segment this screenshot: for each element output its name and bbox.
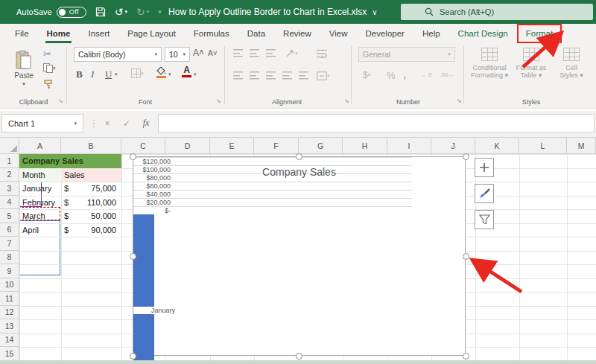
- cell-currency-symbol[interactable]: $: [61, 196, 76, 210]
- column-header-i[interactable]: I: [387, 138, 431, 154]
- increase-decimal-button[interactable]: ←.0: [421, 71, 432, 78]
- chart-selection-handle[interactable]: [463, 253, 469, 260]
- number-dialog-launcher[interactable]: ⇘: [457, 98, 462, 104]
- alignment-dialog-launcher[interactable]: ⇘: [344, 98, 349, 104]
- top-align-button[interactable]: [233, 49, 243, 57]
- tab-help[interactable]: Help: [413, 24, 449, 43]
- wrap-text-button[interactable]: [317, 49, 327, 58]
- customize-qat-icon[interactable]: ▾: [158, 8, 162, 16]
- align-right-button[interactable]: [266, 71, 276, 80]
- autosave-switch[interactable]: Off: [57, 7, 86, 18]
- tab-file[interactable]: File: [6, 24, 38, 43]
- column-header-m[interactable]: M: [567, 138, 596, 154]
- row-header-5[interactable]: 5: [0, 209, 19, 223]
- borders-button[interactable]: ▾: [131, 68, 144, 78]
- cell-sales-value[interactable]: 50,000: [74, 209, 119, 223]
- cell-month-february[interactable]: February: [19, 196, 61, 210]
- row-header-4[interactable]: 4: [0, 196, 19, 210]
- copy-button[interactable]: ▾: [43, 63, 56, 73]
- paste-dropdown-icon[interactable]: ▾: [22, 81, 25, 87]
- clipboard-dialog-launcher[interactable]: ⇘: [58, 98, 63, 104]
- font-dialog-launcher[interactable]: ⇘: [216, 98, 221, 104]
- chart-selection-handle[interactable]: [130, 153, 136, 160]
- decrease-font-size-button[interactable]: A˅: [208, 49, 218, 57]
- tab-chart-design[interactable]: Chart Design: [449, 24, 517, 43]
- tab-view[interactable]: View: [320, 24, 357, 43]
- chart-selection-handle[interactable]: [296, 353, 302, 360]
- column-header-l[interactable]: L: [519, 138, 567, 154]
- paste-button[interactable]: Paste ▾: [9, 47, 39, 90]
- bar-february[interactable]: [133, 314, 154, 364]
- column-header-g[interactable]: G: [299, 138, 343, 154]
- tab-review[interactable]: Review: [274, 24, 320, 43]
- chart-filters-button[interactable]: [475, 210, 494, 229]
- tab-page-layout[interactable]: Page Layout: [118, 24, 185, 43]
- column-header-k[interactable]: K: [475, 138, 519, 154]
- row-header-3[interactable]: 3: [0, 182, 19, 196]
- decrease-indent-button[interactable]: [282, 71, 292, 80]
- row-header-15[interactable]: 15: [0, 347, 19, 361]
- tab-insert[interactable]: Insert: [79, 24, 118, 43]
- cell-b2-sales-header[interactable]: Sales: [61, 168, 121, 182]
- underline-dropdown-icon[interactable]: ▾: [115, 71, 118, 77]
- undo-button[interactable]: ↺▾: [115, 6, 127, 18]
- title-chevron-icon[interactable]: ∨: [372, 8, 377, 16]
- conditional-formatting-button[interactable]: ConditionalFormatting ▾: [469, 48, 510, 79]
- cell-a2-month-header[interactable]: Month: [19, 168, 61, 182]
- redo-button[interactable]: ↻▾: [136, 6, 149, 18]
- font-color-button[interactable]: A: [182, 66, 191, 77]
- name-box-dropdown-icon[interactable]: ▾: [74, 121, 77, 127]
- cell-styles-button[interactable]: CellStyles ▾: [551, 48, 592, 79]
- column-header-b[interactable]: B: [61, 138, 121, 154]
- row-header-8[interactable]: 8: [0, 251, 19, 265]
- cell-sales-value[interactable]: 75,000: [74, 182, 119, 196]
- chart-selection-handle[interactable]: [296, 153, 302, 160]
- row-header-1[interactable]: 1: [0, 154, 19, 168]
- row-header-13[interactable]: 13: [0, 319, 19, 333]
- tab-format[interactable]: Format: [517, 24, 562, 43]
- column-header-f[interactable]: F: [254, 138, 299, 154]
- decrease-decimal-button[interactable]: .00→: [440, 71, 454, 78]
- number-format-select[interactable]: General▾: [358, 47, 455, 62]
- cell-currency-symbol[interactable]: $: [61, 209, 76, 223]
- cell-sales-value[interactable]: 110,000: [74, 196, 119, 210]
- search-input[interactable]: Search (Alt+Q): [401, 4, 593, 20]
- row-header-7[interactable]: 7: [0, 237, 19, 251]
- select-all-button[interactable]: [0, 138, 19, 154]
- chart-title[interactable]: Company Sales: [133, 166, 465, 178]
- cancel-button[interactable]: ×: [98, 114, 116, 132]
- percent-style-button[interactable]: %: [387, 70, 396, 81]
- cut-button[interactable]: ✂: [43, 48, 51, 60]
- row-header-9[interactable]: 9: [0, 264, 19, 278]
- enter-button[interactable]: ✓: [118, 114, 136, 132]
- column-header-a[interactable]: A: [19, 138, 61, 154]
- row-header-11[interactable]: 11: [0, 292, 19, 306]
- merge-center-button[interactable]: ▾: [317, 71, 330, 80]
- chart-selection-handle[interactable]: [463, 353, 469, 360]
- chart-selection-handle[interactable]: [130, 253, 136, 260]
- column-header-d[interactable]: D: [165, 138, 210, 154]
- cell-a1-company-sales[interactable]: Company Sales: [19, 154, 121, 168]
- font-name-select[interactable]: Calibri (Body)▾: [74, 47, 162, 62]
- increase-indent-button[interactable]: [299, 71, 308, 80]
- bold-button[interactable]: B: [76, 68, 83, 80]
- underline-button[interactable]: U: [105, 68, 112, 80]
- cell-sales-value[interactable]: 90,000: [74, 223, 119, 237]
- column-header-e[interactable]: E: [210, 138, 254, 154]
- middle-align-button[interactable]: [250, 49, 259, 57]
- column-header-j[interactable]: J: [431, 138, 475, 154]
- align-left-button[interactable]: [233, 71, 243, 80]
- chart-company-sales[interactable]: Company Sales $120,000$100,000$80,000$60…: [133, 156, 466, 356]
- formula-input[interactable]: [158, 114, 595, 132]
- tab-home[interactable]: Home: [38, 24, 80, 43]
- row-header-12[interactable]: 12: [0, 306, 19, 320]
- insert-function-button[interactable]: fx: [137, 114, 155, 132]
- bottom-align-button[interactable]: [266, 49, 276, 57]
- tab-formulas[interactable]: Formulas: [185, 24, 238, 43]
- cell-month-march[interactable]: March: [19, 209, 61, 223]
- increase-font-size-button[interactable]: A˄: [193, 48, 204, 58]
- cell-currency-symbol[interactable]: $: [61, 223, 76, 237]
- column-header-h[interactable]: H: [343, 138, 387, 154]
- tab-data[interactable]: Data: [238, 24, 274, 43]
- comma-style-button[interactable]: ,: [403, 68, 406, 80]
